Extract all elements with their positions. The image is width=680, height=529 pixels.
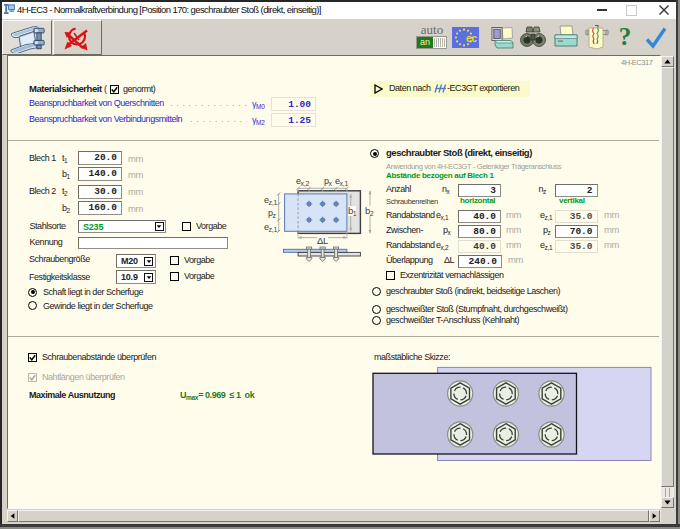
svg-text:ec: ec	[466, 33, 478, 44]
